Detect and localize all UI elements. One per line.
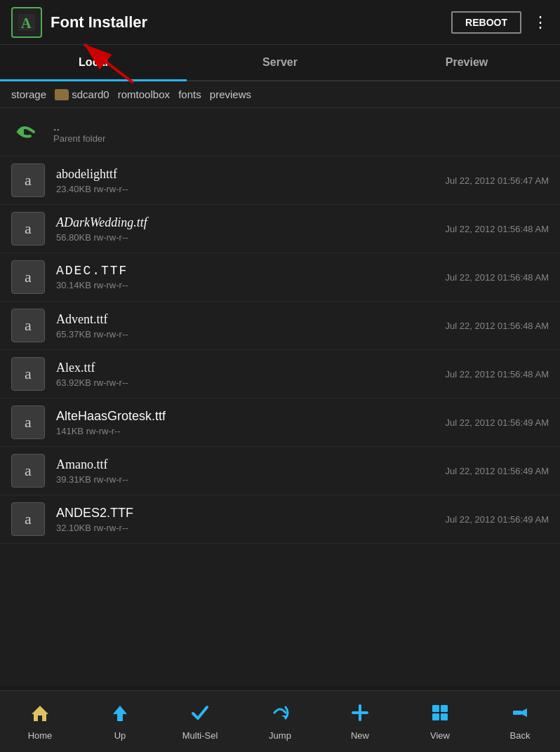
file-type-icon: a [11, 163, 45, 197]
file-date: Jul 22, 2012 01:56:48 AM [446, 369, 549, 380]
file-name: ADEC.TTF [56, 264, 446, 278]
back-arrow-icon [11, 116, 42, 147]
file-type-icon: a [11, 309, 45, 342]
tab-local[interactable]: Local [0, 45, 187, 80]
file-meta: 56.80KB rw-rw-r-- [56, 232, 446, 243]
file-name: Advent.ttf [56, 312, 446, 327]
breadcrumb-sdcard0[interactable]: sdcard0 [72, 88, 109, 100]
tab-server[interactable]: Server [187, 45, 373, 80]
file-date: Jul 22, 2012 01:56:48 AM [446, 224, 549, 234]
file-info: abodelighttf23.40KB rw-rw-r-- [56, 167, 446, 194]
breadcrumb-romtoolbox[interactable]: romtoolbox [118, 88, 170, 100]
file-row[interactable]: aANDES2.TTF32.10KB rw-rw-r--Jul 22, 2012… [0, 495, 560, 544]
file-date: Jul 22, 2012 01:56:49 AM [446, 417, 549, 428]
nav-multi-sel-label: Multi-Sel [182, 730, 218, 741]
file-info: Amano.ttf39.31KB rw-rw-r-- [56, 457, 446, 485]
file-info: Advent.ttf65.37KB rw-rw-r-- [56, 312, 446, 340]
nav-jump-label: Jump [269, 730, 291, 741]
svg-rect-11 [432, 713, 439, 720]
file-date: Jul 22, 2012 01:56:49 AM [446, 466, 549, 476]
file-row[interactable]: aAlex.ttf63.92KB rw-rw-r--Jul 22, 2012 0… [0, 350, 560, 398]
file-name: ADarkWedding.ttf [56, 215, 446, 230]
file-meta: 65.37KB rw-rw-r-- [56, 329, 446, 340]
file-meta: 23.40KB rw-rw-r-- [56, 184, 446, 194]
back-icon [510, 703, 530, 727]
more-menu-icon[interactable]: ⋮ [533, 13, 549, 32]
svg-marker-5 [113, 706, 127, 721]
nav-home-label: Home [28, 730, 53, 741]
svg-text:A: A [21, 15, 32, 31]
file-info: ANDES2.TTF32.10KB rw-rw-r-- [56, 506, 446, 533]
tab-bar: Local Server Preview [0, 45, 560, 81]
file-name: Alex.ttf [56, 361, 446, 375]
nav-view-label: View [430, 730, 450, 741]
file-date: Jul 22, 2012 01:56:47 AM [446, 175, 549, 186]
file-info: Alex.ttf63.92KB rw-rw-r-- [56, 361, 446, 388]
view-icon [430, 703, 450, 727]
file-name: Amano.ttf [56, 457, 446, 472]
nav-up-label: Up [114, 730, 126, 741]
file-name: abodelighttf [56, 167, 446, 182]
file-row[interactable]: aabodelighttf23.40KB rw-rw-r--Jul 22, 20… [0, 156, 560, 205]
breadcrumb-previews[interactable]: previews [210, 88, 251, 100]
plus-icon [350, 703, 370, 727]
font-installer-logo: A [17, 13, 36, 32]
file-type-icon: a [11, 502, 45, 536]
file-type-icon: a [11, 405, 45, 439]
parent-folder-row[interactable]: .. Parent folder [0, 108, 560, 156]
tab-preview[interactable]: Preview [373, 45, 560, 80]
svg-rect-14 [513, 711, 521, 715]
svg-marker-4 [32, 706, 48, 721]
file-row[interactable]: aADarkWedding.ttf56.80KB rw-rw-r--Jul 22… [0, 205, 560, 253]
nav-new-label: New [351, 730, 369, 741]
file-row[interactable]: aADEC.TTF30.14KB rw-rw-r--Jul 22, 2012 0… [0, 253, 560, 302]
check-icon [190, 703, 210, 727]
file-name: ANDES2.TTF [56, 506, 446, 521]
folder-icon [55, 89, 69, 100]
app-title: Font Installer [51, 13, 451, 32]
nav-new[interactable]: New [320, 697, 400, 746]
file-rows-container: aabodelighttf23.40KB rw-rw-r--Jul 22, 20… [0, 156, 560, 544]
file-meta: 63.92KB rw-rw-r-- [56, 377, 446, 388]
file-meta: 32.10KB rw-rw-r-- [56, 523, 446, 533]
svg-rect-12 [441, 713, 448, 720]
file-name: AlteHaasGrotesk.ttf [56, 409, 446, 424]
file-row[interactable]: aAmano.ttf39.31KB rw-rw-r--Jul 22, 2012 … [0, 447, 560, 495]
app-bar: A Font Installer REBOOT ⋮ [0, 0, 560, 45]
home-icon [30, 703, 50, 727]
svg-rect-10 [441, 705, 448, 712]
file-type-icon: a [11, 357, 45, 391]
file-meta: 30.14KB rw-rw-r-- [56, 280, 446, 290]
file-row[interactable]: aAlteHaasGrotesk.ttf141KB rw-rw-r--Jul 2… [0, 398, 560, 447]
svg-rect-9 [432, 705, 439, 712]
nav-home[interactable]: Home [0, 697, 80, 746]
bottom-nav: Home Up Multi-Sel Jump [0, 690, 560, 752]
file-date: Jul 22, 2012 01:56:49 AM [446, 514, 549, 525]
parent-dots: .. [53, 121, 105, 133]
up-icon [110, 703, 130, 727]
nav-multi-sel[interactable]: Multi-Sel [160, 697, 240, 746]
file-type-icon: a [11, 454, 45, 488]
nav-jump[interactable]: Jump [240, 697, 320, 746]
breadcrumb-fonts[interactable]: fonts [178, 88, 201, 100]
reboot-button[interactable]: REBOOT [451, 11, 521, 34]
file-list: .. Parent folder aabodelighttf23.40KB rw… [0, 108, 560, 686]
nav-view[interactable]: View [400, 697, 480, 746]
file-type-icon: a [11, 260, 45, 294]
breadcrumb: storage sdcard0 romtoolbox fonts preview… [0, 81, 560, 108]
file-type-icon: a [11, 212, 45, 246]
file-info: AlteHaasGrotesk.ttf141KB rw-rw-r-- [56, 409, 446, 436]
jump-icon [270, 703, 290, 727]
nav-back-label: Back [510, 730, 531, 741]
parent-folder-label: Parent folder [53, 133, 105, 144]
file-info: ADEC.TTF30.14KB rw-rw-r-- [56, 264, 446, 290]
nav-back[interactable]: Back [480, 697, 560, 746]
nav-up[interactable]: Up [80, 697, 160, 746]
file-date: Jul 22, 2012 01:56:48 AM [446, 272, 549, 283]
file-meta: 141KB rw-rw-r-- [56, 426, 446, 436]
file-info: ADarkWedding.ttf56.80KB rw-rw-r-- [56, 215, 446, 243]
file-row[interactable]: aAdvent.ttf65.37KB rw-rw-r--Jul 22, 2012… [0, 302, 560, 350]
file-date: Jul 22, 2012 01:56:48 AM [446, 321, 549, 331]
file-meta: 39.31KB rw-rw-r-- [56, 474, 446, 485]
breadcrumb-storage[interactable]: storage [11, 88, 46, 100]
